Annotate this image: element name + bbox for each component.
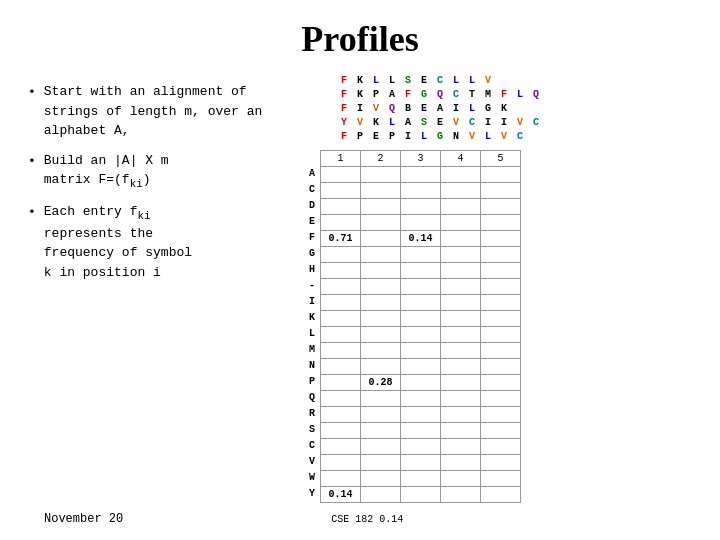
- table-row-R: [321, 407, 521, 423]
- cell-R-4: [441, 407, 481, 423]
- cell-C-3: [401, 183, 441, 199]
- cell-I-5: [481, 295, 521, 311]
- align-cell: K: [368, 116, 384, 130]
- table-row-G: [321, 247, 521, 263]
- cell-S-5: [481, 423, 521, 439]
- align-spacer: [304, 102, 336, 116]
- align-cell: N: [448, 130, 464, 144]
- bullet-dot-3: •: [28, 203, 36, 223]
- cell-V-4: [441, 455, 481, 471]
- cell-Y-3: [401, 487, 441, 503]
- cell-I-2: [361, 295, 401, 311]
- cell-H-1: [321, 263, 361, 279]
- align-spacer: [304, 116, 336, 130]
- align-cell: L: [448, 74, 464, 88]
- cell-G-3: [401, 247, 441, 263]
- cell-C2-2: [361, 439, 401, 455]
- cell-K-3: [401, 311, 441, 327]
- align-cell: I: [496, 116, 512, 130]
- cell-E-4: [441, 215, 481, 231]
- cell-L-4: [441, 327, 481, 343]
- table-row-H: [321, 263, 521, 279]
- cell-L-5: [481, 327, 521, 343]
- row-label-S: S: [304, 422, 320, 438]
- cell-R-1: [321, 407, 361, 423]
- table-row-P: 0.28: [321, 375, 521, 391]
- align-cell: F: [336, 130, 352, 144]
- align-cell: F: [336, 102, 352, 116]
- align-spacer: [304, 74, 336, 88]
- footer: November 20 CSE 182 0.14: [44, 512, 403, 526]
- row-label-I: I: [304, 294, 320, 310]
- cell-gap-1: [321, 279, 361, 295]
- cell-A-5: [481, 167, 521, 183]
- table-row-E: [321, 215, 521, 231]
- cell-G-2: [361, 247, 401, 263]
- cell-M-5: [481, 343, 521, 359]
- cell-N-2: [361, 359, 401, 375]
- row-label-C: C: [304, 182, 320, 198]
- cell-H-2: [361, 263, 401, 279]
- align-cell: G: [432, 130, 448, 144]
- row-label-C2: C: [304, 438, 320, 454]
- cell-P-2: 0.28: [361, 375, 401, 391]
- cell-V-3: [401, 455, 441, 471]
- align-cell: C: [528, 116, 544, 130]
- cell-A-1: [321, 167, 361, 183]
- row-label-P: P: [304, 374, 320, 390]
- cell-M-3: [401, 343, 441, 359]
- align-cell: A: [384, 88, 400, 102]
- align-cell: F: [400, 88, 416, 102]
- cell-N-4: [441, 359, 481, 375]
- cell-M-1: [321, 343, 361, 359]
- align-row-2: F K P A F G Q C T M F L Q: [304, 88, 720, 102]
- row-label-V: V: [304, 454, 320, 470]
- row-label-K: K: [304, 310, 320, 326]
- cell-F-4: [441, 231, 481, 247]
- align-cell: C: [448, 88, 464, 102]
- cell-A-2: [361, 167, 401, 183]
- row-label-G: G: [304, 246, 320, 262]
- bullet-list: • Start with an alignment of strings of …: [28, 82, 288, 282]
- cell-E-1: [321, 215, 361, 231]
- cell-C2-1: [321, 439, 361, 455]
- row-label-H: H: [304, 262, 320, 278]
- cell-I-4: [441, 295, 481, 311]
- align-cell: E: [416, 74, 432, 88]
- align-cell: K: [352, 88, 368, 102]
- align-cell: Q: [528, 88, 544, 102]
- cell-Q-2: [361, 391, 401, 407]
- cell-C-1: [321, 183, 361, 199]
- row-label-D: D: [304, 198, 320, 214]
- col-header-1: 1: [321, 151, 361, 167]
- cell-R-2: [361, 407, 401, 423]
- cell-C-2: [361, 183, 401, 199]
- cell-V-2: [361, 455, 401, 471]
- matrix-container: A C D E F G H - I K L M N P Q R S C V W: [304, 150, 720, 503]
- bullet-item-3: • Each entry fkirepresents thefrequency …: [28, 202, 288, 282]
- cell-D-2: [361, 199, 401, 215]
- row-label-L: L: [304, 326, 320, 342]
- cell-F-5: [481, 231, 521, 247]
- cell-M-2: [361, 343, 401, 359]
- row-labels: A C D E F G H - I K L M N P Q R S C V W: [304, 150, 320, 503]
- align-cell: V: [352, 116, 368, 130]
- cell-L-3: [401, 327, 441, 343]
- page-title: Profiles: [0, 0, 720, 70]
- align-spacer: [304, 88, 336, 102]
- col-header-4: 4: [441, 151, 481, 167]
- table-row-K: [321, 311, 521, 327]
- cell-E-2: [361, 215, 401, 231]
- align-cell: Q: [432, 88, 448, 102]
- align-cell: T: [464, 88, 480, 102]
- align-cell: I: [352, 102, 368, 116]
- align-cell: A: [432, 102, 448, 116]
- row-label-N: N: [304, 358, 320, 374]
- cell-C2-4: [441, 439, 481, 455]
- cell-gap-2: [361, 279, 401, 295]
- row-label-Y: Y: [304, 486, 320, 502]
- align-cell: L: [416, 130, 432, 144]
- cell-gap-5: [481, 279, 521, 295]
- table-row-N: [321, 359, 521, 375]
- align-cell: I: [480, 116, 496, 130]
